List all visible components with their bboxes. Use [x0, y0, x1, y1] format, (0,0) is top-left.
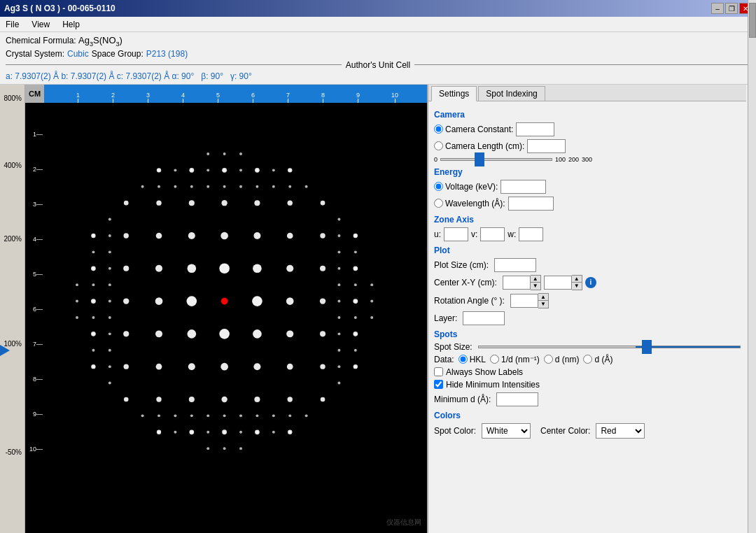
svg-point-5 [124, 200, 129, 205]
tab-settings[interactable]: Settings [431, 86, 477, 101]
center-x-down[interactable]: ▼ [531, 283, 540, 290]
formula-label: Chemical Formula: [6, 36, 78, 45]
center-x-input[interactable]: 0 [503, 276, 531, 290]
spot-color-select[interactable]: White Yellow Blue [482, 423, 531, 439]
center-x-up[interactable]: ▲ [531, 276, 540, 283]
svg-point-36 [221, 396, 227, 401]
always-show-checkbox[interactable] [434, 367, 443, 376]
center-y-down[interactable]: ▼ [572, 283, 582, 290]
always-show-label[interactable]: Always Show Labels [434, 367, 523, 377]
menu-help[interactable]: Help [59, 19, 83, 30]
center-y-input[interactable]: 0 [544, 276, 572, 290]
svg-point-32 [220, 232, 228, 239]
camera-length-radio-input[interactable] [434, 141, 443, 150]
svg-point-108 [206, 414, 209, 417]
rotation-down[interactable]: ▼ [538, 301, 548, 308]
data-hkl-radio[interactable]: HKL [458, 355, 486, 364]
settings-content: Camera Camera Constant: 2.51 Camer [428, 101, 746, 533]
right-panel: Settings Spot Indexing Camera Camera Con… [427, 85, 756, 533]
camera-slider[interactable] [440, 158, 552, 161]
u-input[interactable]: 0 [444, 227, 468, 241]
camera-length-radio[interactable]: Camera Length (cm): [434, 141, 524, 151]
svg-point-42 [252, 296, 262, 306]
scrollbar[interactable] [748, 85, 756, 533]
layer-input[interactable]: 0 [463, 311, 505, 325]
hkl-radio-input[interactable] [458, 355, 468, 364]
svg-point-49 [287, 232, 293, 239]
voltage-row: Voltage (keV): 200.0 [434, 180, 741, 194]
svg-point-151 [354, 283, 357, 286]
svg-point-81 [108, 234, 111, 237]
zone-axis-title: Zone Axis [434, 215, 741, 225]
hide-min-label[interactable]: Hide Minimum Intensities [434, 380, 540, 390]
camera-length-label: Camera Length (cm): [445, 141, 524, 151]
plot-size-label: Plot Size (cm): [434, 260, 489, 270]
svg-point-15 [155, 264, 162, 271]
camera-constant-radio-input[interactable] [434, 125, 443, 134]
camera-constant-label: Camera Constant: [445, 125, 513, 134]
ruler-left-1: 1— [33, 131, 43, 138]
svg-point-13 [156, 200, 161, 205]
spots-section-title: Spots [434, 329, 741, 339]
zoom-bar: 800% 400% 200% 100% -50% [0, 85, 25, 533]
minimize-button[interactable]: – [711, 3, 724, 14]
svg-point-97 [174, 169, 176, 171]
spot-size-slider[interactable] [478, 346, 741, 348]
data-1d-radio[interactable]: 1/d (nm⁻¹) [490, 355, 540, 364]
svg-point-113 [223, 185, 226, 187]
diffraction-svg [45, 103, 427, 533]
restore-button[interactable]: ❐ [725, 3, 738, 14]
menu-file[interactable]: File [3, 19, 22, 30]
svg-point-44 [253, 363, 260, 370]
menu-bar: File View Help [0, 17, 756, 32]
layer-row: Layer: 0 [434, 311, 741, 325]
camera-length-row: Camera Length (cm): 100.0 [434, 139, 741, 153]
center-info-icon[interactable]: i [585, 277, 596, 288]
wavelength-input[interactable]: 0.0251 [508, 197, 554, 211]
svg-point-28 [189, 397, 195, 402]
rotation-up[interactable]: ▲ [538, 294, 548, 301]
camera-length-input[interactable]: 100.0 [527, 139, 566, 153]
data-dnm-radio[interactable]: d (nm) [544, 355, 580, 364]
center-y-up[interactable]: ▲ [572, 276, 582, 283]
wavelength-radio[interactable]: Wavelength (Å): [434, 199, 505, 208]
camera-constant-input[interactable]: 2.51 [516, 122, 554, 136]
svg-point-155 [354, 348, 357, 351]
menu-view[interactable]: View [29, 19, 52, 30]
min-d-input[interactable]: 0.5 [496, 392, 538, 406]
window-title: Ag3 S ( N O3 ) - 00-065-0110 [4, 3, 115, 13]
data-da-radio[interactable]: d (Å) [583, 355, 612, 364]
v-input[interactable]: 0 [480, 227, 505, 241]
hide-min-row: Hide Minimum Intensities [434, 380, 741, 390]
author-line-right [414, 64, 750, 65]
rotation-input[interactable]: 0 [510, 294, 538, 308]
svg-point-91 [141, 185, 144, 187]
voltage-input[interactable]: 200.0 [500, 180, 546, 194]
hide-min-checkbox[interactable] [434, 380, 443, 389]
svg-point-35 [220, 362, 228, 370]
tick-4: 4 [181, 92, 185, 103]
camera-constant-radio[interactable]: Camera Constant: [434, 125, 513, 134]
voltage-radio-input[interactable] [434, 182, 443, 191]
wavelength-radio-input[interactable] [434, 199, 443, 208]
svg-point-22 [189, 200, 195, 206]
svg-point-140 [337, 266, 340, 269]
svg-point-23 [188, 232, 195, 239]
svg-point-80 [108, 218, 111, 220]
tab-spot-indexing[interactable]: Spot Indexing [478, 86, 545, 101]
top-info: Chemical Formula: Ag3S(NO3) Crystal Syst… [0, 32, 756, 85]
da-radio-input[interactable] [583, 355, 592, 364]
w-input[interactable]: 1 [519, 227, 543, 241]
svg-point-52 [286, 330, 293, 337]
1d-radio-input[interactable] [490, 355, 499, 364]
svg-point-120 [239, 414, 242, 417]
voltage-label: Voltage (keV): [445, 182, 498, 192]
svg-point-79 [92, 365, 94, 368]
cm-label: CM [25, 85, 44, 103]
svg-point-137 [337, 218, 340, 220]
voltage-radio[interactable]: Voltage (keV): [434, 182, 498, 192]
plot-size-input[interactable]: 10 [494, 258, 536, 272]
svg-point-150 [354, 266, 357, 269]
center-color-select[interactable]: Red White Blue [596, 423, 645, 439]
dnm-radio-input[interactable] [544, 355, 553, 364]
